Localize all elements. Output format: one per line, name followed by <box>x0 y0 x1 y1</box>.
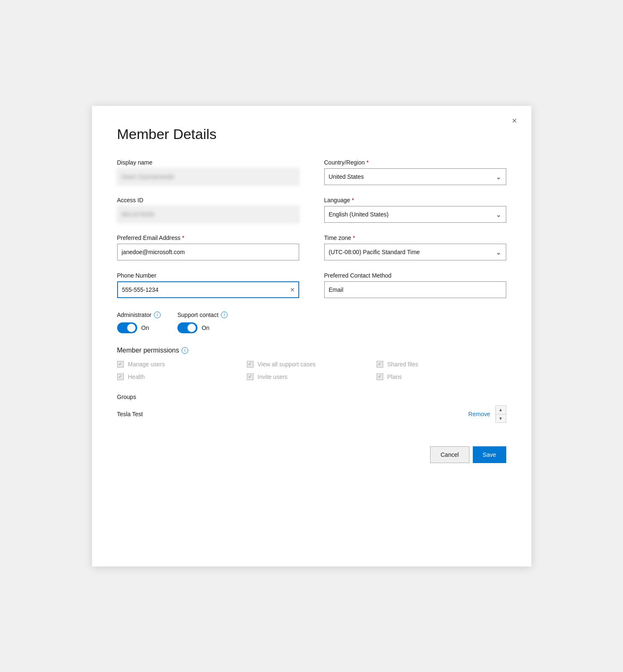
language-field: Language * English (United States) Spani… <box>324 197 506 223</box>
display-name-field: Display name <box>117 159 299 185</box>
sort-down-button[interactable]: ▼ <box>496 414 506 422</box>
checkmark-icon: ✓ <box>248 374 252 379</box>
manage-users-label: Manage users <box>128 361 165 368</box>
member-details-dialog: × Member Details Display name Country/Re… <box>92 106 531 566</box>
plans-label: Plans <box>387 373 402 380</box>
permission-view-support-cases: ✓ View all support cases <box>247 361 377 368</box>
phone-number-input[interactable] <box>117 281 299 298</box>
administrator-info-icon[interactable]: i <box>154 312 161 318</box>
administrator-label-row: Administrator i <box>117 312 161 318</box>
time-zone-field: Time zone * (UTC-08:00) Pacific Standard… <box>324 234 506 260</box>
language-label: Language * <box>324 197 506 203</box>
view-support-cases-label: View all support cases <box>258 361 316 368</box>
group-name: Tesla Test <box>117 411 464 417</box>
checkmark-icon: ✓ <box>118 361 122 367</box>
support-contact-info-icon[interactable]: i <box>221 312 228 318</box>
administrator-toggle-switch-row: On <box>117 322 161 333</box>
remove-group-button[interactable]: Remove <box>468 411 490 417</box>
required-indicator: * <box>353 234 355 241</box>
phone-number-field: Phone Number ✕ <box>117 272 299 298</box>
preferred-contact-field: Preferred Contact Method <box>324 272 506 298</box>
display-name-label: Display name <box>117 159 299 166</box>
footer-buttons: Cancel Save <box>117 440 506 463</box>
preferred-email-label: Preferred Email Address * <box>117 234 299 241</box>
country-region-select-wrapper: United States Canada United Kingdom ⌄ <box>324 168 506 185</box>
invite-users-label: Invite users <box>258 373 288 380</box>
required-indicator: * <box>182 234 184 241</box>
checkmark-icon: ✓ <box>378 361 382 367</box>
health-label: Health <box>128 373 145 380</box>
support-contact-toggle-group: Support contact i On <box>177 312 228 333</box>
sort-up-button[interactable]: ▲ <box>496 406 506 414</box>
support-contact-label-row: Support contact i <box>177 312 228 318</box>
permission-health: ✓ Health <box>117 373 247 380</box>
phone-number-input-wrapper: ✕ <box>117 281 299 298</box>
support-contact-label: Support contact <box>177 312 218 318</box>
language-select[interactable]: English (United States) Spanish French <box>324 206 506 223</box>
plans-checkbox[interactable]: ✓ <box>377 373 383 380</box>
access-id-field: Access ID <box>117 197 299 223</box>
permissions-title: Member permissions <box>117 347 179 354</box>
required-indicator: * <box>352 197 354 203</box>
language-select-wrapper: English (United States) Spanish French ⌄ <box>324 206 506 223</box>
display-name-input[interactable] <box>117 168 299 185</box>
permissions-section: Member permissions i ✓ Manage users ✓ Vi… <box>117 347 506 380</box>
permissions-grid: ✓ Manage users ✓ View all support cases … <box>117 361 506 380</box>
permission-invite-users: ✓ Invite users <box>247 373 377 380</box>
clear-phone-button[interactable]: ✕ <box>290 286 295 293</box>
country-region-select[interactable]: United States Canada United Kingdom <box>324 168 506 185</box>
health-checkbox[interactable]: ✓ <box>117 373 124 380</box>
country-region-field: Country/Region * United States Canada Un… <box>324 159 506 185</box>
cancel-button[interactable]: Cancel <box>430 446 469 463</box>
preferred-email-input[interactable] <box>117 244 299 260</box>
access-id-input[interactable] <box>117 206 299 223</box>
toggles-row: Administrator i On Support contact i <box>117 312 506 333</box>
administrator-state-label: On <box>141 324 149 331</box>
country-region-label: Country/Region * <box>324 159 506 166</box>
checkmark-icon: ✓ <box>248 361 252 367</box>
support-contact-toggle[interactable] <box>177 322 197 333</box>
administrator-toggle-group: Administrator i On <box>117 312 161 333</box>
permission-manage-users: ✓ Manage users <box>117 361 247 368</box>
phone-number-label: Phone Number <box>117 272 299 279</box>
dialog-title: Member Details <box>117 126 506 142</box>
save-button[interactable]: Save <box>473 446 506 463</box>
groups-section: Groups Tesla Test Remove ▲ ▼ <box>117 394 506 423</box>
groups-title: Groups <box>117 394 506 400</box>
preferred-contact-input[interactable] <box>324 281 506 298</box>
time-zone-select[interactable]: (UTC-08:00) Pacific Standard Time (UTC-0… <box>324 244 506 260</box>
preferred-contact-label: Preferred Contact Method <box>324 272 506 279</box>
time-zone-select-wrapper: (UTC-08:00) Pacific Standard Time (UTC-0… <box>324 244 506 260</box>
checkmark-icon: ✓ <box>378 374 382 379</box>
permissions-info-icon[interactable]: i <box>182 347 188 354</box>
close-button[interactable]: × <box>508 114 521 128</box>
group-row: Tesla Test Remove ▲ ▼ <box>117 405 506 423</box>
manage-users-checkbox[interactable]: ✓ <box>117 361 124 368</box>
invite-users-checkbox[interactable]: ✓ <box>247 373 254 380</box>
view-support-cases-checkbox[interactable]: ✓ <box>247 361 254 368</box>
support-contact-state-label: On <box>202 324 210 331</box>
permission-shared-files: ✓ Shared files <box>377 361 506 368</box>
sort-buttons: ▲ ▼ <box>495 405 506 423</box>
preferred-email-field: Preferred Email Address * <box>117 234 299 260</box>
support-contact-toggle-switch-row: On <box>177 322 228 333</box>
checkmark-icon: ✓ <box>118 374 122 379</box>
permissions-header: Member permissions i <box>117 347 506 354</box>
form-grid: Display name Country/Region * United Sta… <box>117 159 506 298</box>
shared-files-checkbox[interactable]: ✓ <box>377 361 383 368</box>
required-indicator: * <box>367 159 369 166</box>
time-zone-label: Time zone * <box>324 234 506 241</box>
access-id-label: Access ID <box>117 197 299 203</box>
shared-files-label: Shared files <box>387 361 418 368</box>
administrator-label: Administrator <box>117 312 151 318</box>
permission-plans: ✓ Plans <box>377 373 506 380</box>
administrator-toggle[interactable] <box>117 322 137 333</box>
